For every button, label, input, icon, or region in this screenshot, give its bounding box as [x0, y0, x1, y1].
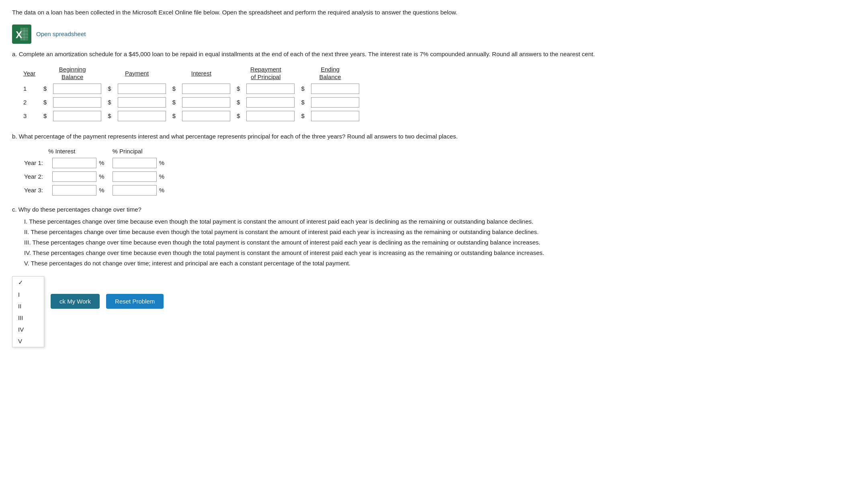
answer-dropdown[interactable]: ✓ I II III IV V — [12, 276, 44, 347]
interest-input-cell[interactable] — [179, 82, 233, 96]
choice-IV: IV. These percentages change over time b… — [24, 248, 856, 258]
year-cell: 3 — [20, 109, 40, 123]
pct-principal-year1[interactable] — [113, 158, 157, 168]
dollar-sign: $ — [169, 96, 179, 109]
choice-IV-roman: IV. — [24, 249, 33, 256]
pct-interest-year2[interactable] — [52, 171, 96, 182]
beginning-balance-input-cell[interactable] — [50, 82, 104, 96]
checkmark-icon: ✓ — [18, 279, 23, 286]
repayment-year3[interactable] — [246, 111, 295, 121]
dropdown-item-III[interactable]: III — [12, 312, 44, 324]
payment-input-cell[interactable] — [115, 82, 169, 96]
repayment-year2[interactable] — [246, 97, 295, 108]
percent-table: % Interest % Principal Year 1: % % Year … — [20, 146, 168, 197]
repayment-year1[interactable] — [246, 84, 295, 94]
dropdown-item-II[interactable]: II — [12, 300, 44, 312]
ending-balance-year1[interactable] — [311, 84, 359, 94]
repayment-input-cell[interactable] — [243, 109, 298, 123]
percent-row-year1: Year 1: % % — [20, 156, 168, 170]
interest-year3[interactable] — [182, 111, 230, 121]
repayment-input-cell[interactable] — [243, 96, 298, 109]
choice-IV-text: These percentages change over time becau… — [33, 249, 544, 256]
pct-principal-year2-cell[interactable]: % — [108, 170, 169, 183]
check-my-work-button[interactable]: ck My Work — [51, 294, 100, 309]
pct-sign: % — [159, 187, 164, 194]
dropdown-item-check[interactable]: ✓ — [12, 277, 44, 289]
col-header-payment: Payment — [104, 64, 169, 82]
repayment-input-cell[interactable] — [243, 82, 298, 96]
pct-principal-year1-cell[interactable]: % — [108, 156, 169, 170]
ending-balance-year3[interactable] — [311, 111, 359, 121]
percent-row-year3: Year 3: % % — [20, 183, 168, 197]
payment-year1[interactable] — [118, 84, 166, 94]
col-header-beginning: BeginningBalance — [40, 64, 104, 82]
payment-input-cell[interactable] — [115, 96, 169, 109]
ending-balance-input-cell[interactable] — [308, 82, 362, 96]
choice-V-text: These percentages do not change over tim… — [31, 260, 351, 267]
col-header-pct-interest: % Interest — [48, 146, 108, 156]
pct-interest-year2-cell[interactable]: % — [48, 170, 108, 183]
year-cell: 1 — [20, 82, 40, 96]
interest-year1[interactable] — [182, 84, 230, 94]
year1-label: Year 1: — [20, 156, 48, 170]
choice-II-text: These percentages change over time becau… — [31, 228, 538, 235]
reset-problem-button[interactable]: Reset Problem — [106, 294, 164, 309]
col-header-empty — [20, 146, 48, 156]
payment-year2[interactable] — [118, 97, 166, 108]
pct-interest-year3-cell[interactable]: % — [48, 183, 108, 197]
beginning-balance-year3[interactable] — [53, 111, 101, 121]
pct-principal-year3-cell[interactable]: % — [108, 183, 169, 197]
dropdown-item-I[interactable]: I — [12, 289, 44, 300]
interest-input-cell[interactable] — [179, 96, 233, 109]
pct-interest-year1-cell[interactable]: % — [48, 156, 108, 170]
dollar-sign: $ — [298, 109, 307, 123]
ending-balance-input-cell[interactable] — [308, 96, 362, 109]
beginning-balance-input-cell[interactable] — [50, 96, 104, 109]
part-b-label: b. What percentage of the payment repres… — [12, 132, 856, 141]
beginning-balance-input-cell[interactable] — [50, 109, 104, 123]
beginning-balance-year2[interactable] — [53, 97, 101, 108]
part-a-label: a. Complete an amortization schedule for… — [12, 49, 856, 59]
payment-input-cell[interactable] — [115, 109, 169, 123]
dollar-sign: $ — [298, 82, 307, 96]
table-row: 3 $ $ $ $ $ — [20, 109, 362, 123]
choices-list: I. These percentages change over time be… — [24, 217, 856, 268]
dollar-sign: $ — [104, 82, 114, 96]
pct-interest-year1[interactable] — [52, 158, 96, 168]
dollar-sign: $ — [298, 96, 307, 109]
choice-II: II. These percentages change over time b… — [24, 227, 856, 237]
dollar-sign: $ — [40, 96, 50, 109]
col-header-year: Year — [20, 64, 40, 82]
dollar-sign: $ — [104, 96, 114, 109]
interest-input-cell[interactable] — [179, 109, 233, 123]
dropdown-option-I: I — [18, 291, 20, 298]
choice-I: I. These percentages change over time be… — [24, 217, 856, 226]
col-header-repayment: Repaymentof Principal — [233, 64, 298, 82]
ending-balance-input-cell[interactable] — [308, 109, 362, 123]
col-header-pct-principal: % Principal — [108, 146, 169, 156]
intro-text: The data on a loan has been collected in… — [12, 8, 856, 17]
table-row: 2 $ $ $ $ $ — [20, 96, 362, 109]
part-c-label: c. Why do these percentages change over … — [12, 206, 856, 213]
payment-year3[interactable] — [118, 111, 166, 121]
pct-principal-year2[interactable] — [113, 171, 157, 182]
pct-interest-year3[interactable] — [52, 185, 96, 196]
beginning-balance-year1[interactable] — [53, 84, 101, 94]
pct-sign: % — [99, 187, 104, 194]
open-spreadsheet-link[interactable]: Open spreadsheet — [36, 31, 86, 37]
dropdown-option-III: III — [18, 314, 23, 321]
pct-principal-year3[interactable] — [113, 185, 157, 196]
choice-II-roman: II. — [24, 228, 31, 235]
dropdown-option-V: V — [18, 338, 22, 344]
pct-sign: % — [159, 159, 164, 166]
choice-I-roman: I. — [24, 218, 29, 225]
dollar-sign: $ — [169, 109, 179, 123]
choice-V: V. These percentages do not change over … — [24, 259, 856, 268]
col-header-ending: EndingBalance — [298, 64, 362, 82]
interest-year2[interactable] — [182, 97, 230, 108]
ending-balance-year2[interactable] — [311, 97, 359, 108]
dropdown-item-V[interactable]: V — [12, 335, 44, 347]
dropdown-item-IV[interactable]: IV — [12, 324, 44, 335]
percent-row-year2: Year 2: % % — [20, 170, 168, 183]
pct-sign: % — [99, 159, 104, 166]
